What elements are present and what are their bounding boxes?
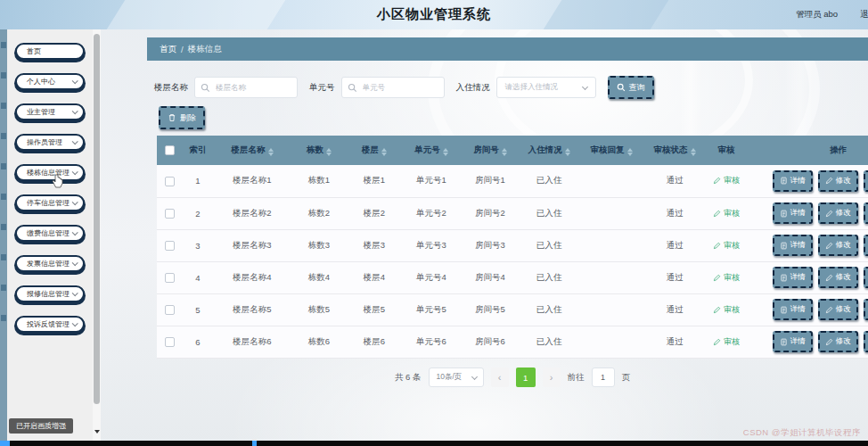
floor-name-input[interactable] [214,82,291,93]
row-checkbox[interactable] [165,177,175,186]
sidebar-item-button[interactable]: 缴费信息管理 [15,225,85,242]
edit-button[interactable]: 修改 [818,331,858,352]
sidebar-menu-item: 操作员管理 [7,127,93,157]
edit-button[interactable]: 修改 [818,202,858,224]
detail-button[interactable]: 详情 [773,331,813,352]
sort-icon[interactable] [627,148,633,156]
page-size-value: 10条/页 [437,372,463,383]
sort-icon[interactable] [565,148,570,156]
detail-button[interactable]: 详情 [773,299,813,320]
column-header[interactable]: 楼层 [347,136,402,165]
review-link[interactable]: 审核 [713,208,740,219]
sort-icon[interactable] [381,148,387,156]
sidebar-menu-item: 楼栋信息管理 [7,157,93,187]
row-checkbox[interactable] [165,209,175,219]
table-cell [578,229,644,261]
sidebar-menu-item: 停车信息管理 [7,187,93,218]
column-header[interactable]: 房间号 [461,136,520,165]
breadcrumb-separator: / [181,45,184,54]
row-checkbox[interactable] [165,305,175,315]
select-all-checkbox[interactable] [165,145,175,155]
prev-page-button[interactable]: ‹ [491,368,509,387]
column-header[interactable]: 审核状态 [644,136,705,165]
sidebar-item-button[interactable]: 楼栋信息管理 [15,164,85,181]
sort-icon[interactable] [691,148,696,156]
delete-button[interactable]: 删除 [864,235,868,256]
review-link[interactable]: 审核 [713,336,740,348]
table-cell: 单元号1 [402,165,461,197]
edit-button[interactable]: 修改 [818,235,858,256]
table-cell: 楼层1 [347,165,402,197]
row-checkbox[interactable] [165,241,175,251]
table-cell: 已入住 [520,197,578,229]
pagination: 共 6 条 10条/页 ‹ 1 › 前往 页 [157,368,868,387]
table-cell: 通过 [644,197,705,229]
occupancy-select[interactable]: 请选择入住情况 [496,77,596,98]
search-button[interactable]: 查询 [608,76,654,99]
table-cell: 3 [183,229,213,261]
sidebar-scrollbar[interactable] [93,29,101,441]
review-link[interactable]: 审核 [713,175,740,186]
sidebar-menu-item: 发票信息管理 [7,248,93,278]
scrollbar-down-arrow[interactable] [94,430,100,434]
delete-button[interactable]: 删除 [864,331,868,352]
user-info: 管理员 abo [796,9,838,21]
sort-icon[interactable] [443,148,448,156]
sort-icon[interactable] [502,148,507,156]
delete-button[interactable]: 删除 [864,170,868,192]
edit-button[interactable]: 修改 [818,267,858,288]
review-link[interactable]: 审核 [713,240,740,252]
detail-button-label: 详情 [790,176,806,186]
column-header[interactable]: 楼层名称 [213,136,291,165]
table-row: 2楼层名称2栋数2楼层2单元号2房间号2已入住通过 审核 详情 修改 删除 [157,197,868,229]
detail-button[interactable]: 详情 [773,170,813,192]
column-header[interactable]: 审核回复 [578,136,644,165]
sidebar-item-button[interactable]: 停车信息管理 [15,194,85,211]
video-progress-bar[interactable] [0,441,868,446]
scrollbar-thumb[interactable] [94,34,100,404]
goto-page-input[interactable] [592,368,615,387]
logout-link[interactable]: 退出 [860,9,868,21]
unit-input[interactable] [361,82,438,93]
sidebar-item-button[interactable]: 发票信息管理 [15,255,85,272]
table-cell: 已入住 [520,261,578,293]
table-cell [578,165,644,197]
breadcrumb-home-link[interactable]: 首页 [160,44,176,55]
batch-delete-button[interactable]: 删除 [159,106,205,129]
delete-button[interactable]: 删除 [864,267,868,288]
column-header[interactable]: 入住情况 [520,136,578,165]
sort-icon[interactable] [326,148,332,156]
page-number-button[interactable]: 1 [516,368,536,387]
sort-icon[interactable] [268,148,274,156]
review-link[interactable]: 审核 [713,304,740,316]
column-header[interactable]: 单元号 [402,136,461,165]
row-checkbox[interactable] [165,337,175,347]
sidebar-item-button[interactable]: 报修信息管理 [15,285,85,302]
edit-button[interactable]: 修改 [818,170,858,192]
detail-button[interactable]: 详情 [773,235,813,256]
sidebar-item-label: 首页 [17,46,41,56]
delete-button[interactable]: 删除 [864,202,868,224]
page-size-select[interactable]: 10条/页 [429,368,484,387]
edit-button[interactable]: 修改 [818,299,858,320]
sidebar: 首页 个人中心 业主管理 操作员管理 楼栋信息管理 停车信息管理 缴费信息管理 [7,29,93,441]
document-icon [780,242,788,250]
sidebar-item-button[interactable]: 首页 [15,43,85,60]
sidebar-item-button[interactable]: 投诉反馈管理 [15,316,85,333]
sidebar-item-button[interactable]: 个人中心 [15,73,85,90]
document-icon [780,210,788,218]
column-header[interactable]: 栋数 [291,136,347,165]
sidebar-item-button[interactable]: 业主管理 [15,103,85,120]
table-cell: 房间号3 [461,229,520,261]
next-page-button[interactable]: › [543,368,561,387]
row-checkbox[interactable] [165,273,175,283]
delete-button[interactable]: 删除 [864,299,868,320]
table-cell: 楼层4 [347,261,402,293]
table-cell: 房间号2 [461,197,520,229]
sidebar-item-label: 个人中心 [17,77,55,87]
detail-button[interactable]: 详情 [773,202,813,224]
review-link[interactable]: 审核 [713,272,740,284]
sidebar-item-button[interactable]: 操作员管理 [15,134,85,151]
sidebar-menu-item: 缴费信息管理 [7,218,93,248]
detail-button[interactable]: 详情 [773,267,813,288]
